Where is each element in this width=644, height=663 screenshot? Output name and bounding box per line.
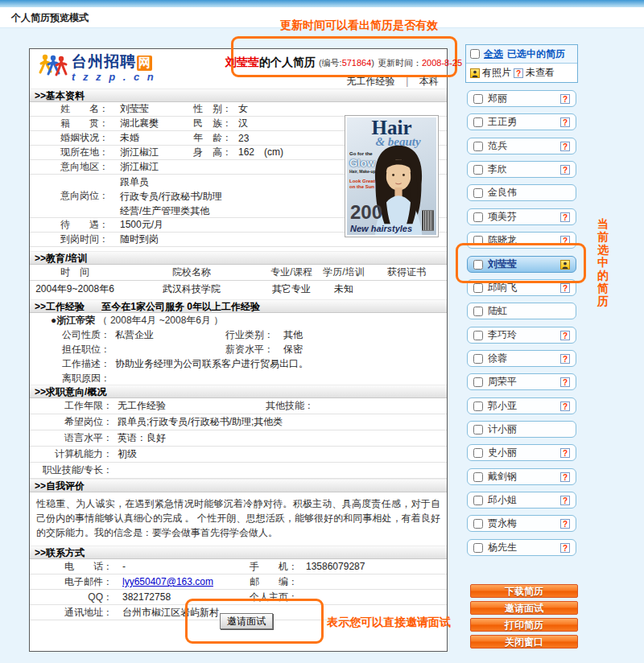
email-link[interactable]: lyy650407@163.com — [113, 576, 233, 587]
candidate-name-label: 郑丽 — [488, 92, 560, 105]
download-resume-button[interactable]: 下载简历 — [470, 584, 578, 598]
magazine-number: 200 — [350, 203, 382, 222]
section-selfeval: >>自我评价 — [30, 479, 447, 492]
candidate-checkbox[interactable] — [473, 377, 483, 387]
magazine-text-3: Hair, Make-up — [349, 169, 376, 174]
candidate-checkbox[interactable] — [473, 94, 483, 104]
resume-title-line: 刘莹莹的个人简历 (编号:571864) 更新时间：2008-8-25 — [225, 56, 439, 70]
close-window-button[interactable]: 关闭窗口 — [470, 635, 578, 649]
candidate-item-1[interactable]: 王正勇? — [467, 113, 576, 130]
candidate-checkbox[interactable] — [473, 448, 483, 458]
candidate-checkbox[interactable] — [473, 307, 483, 316]
candidate-item-0[interactable]: 郑丽? — [467, 90, 576, 107]
candidate-checkbox[interactable] — [473, 496, 483, 505]
intention-row-language: 语言水平：英语：良好 — [30, 430, 447, 447]
candidate-checkbox[interactable] — [473, 402, 483, 411]
candidate-checkbox[interactable] — [473, 142, 483, 151]
has-photo-icon — [560, 260, 570, 270]
candidate-item-5[interactable]: 项美芬? — [467, 208, 576, 225]
magazine-text-1: Go for the — [349, 151, 373, 156]
label-name: 姓 名： — [30, 102, 109, 116]
magazine-subtitle: & beauty — [360, 135, 436, 149]
candidate-checkbox[interactable] — [473, 260, 483, 270]
edu-time: 2004年9~2008年6 — [30, 282, 120, 296]
resume-code: 571864 — [342, 58, 372, 68]
candidate-checkbox[interactable] — [473, 354, 483, 364]
candidate-checkbox[interactable] — [473, 425, 483, 434]
legend-unviewed-label: 未查看 — [526, 66, 555, 80]
section-basic-title: >>基本资料 — [35, 90, 85, 101]
edu-col-school: 院校名称 — [120, 266, 263, 279]
unviewed-icon: ? — [560, 236, 570, 245]
candidate-checkbox[interactable] — [473, 188, 483, 198]
resume-header: 台州招聘网 t z z p . c n 刘莹莹的个人简历 (编号:571864)… — [30, 49, 447, 88]
edu-degree: 未知 — [320, 282, 368, 296]
candidate-checkbox[interactable] — [473, 165, 483, 175]
candidate-item-9[interactable]: 陆虹 — [467, 303, 576, 319]
candidate-item-17[interactable]: 邱小姐? — [467, 492, 576, 509]
candidate-item-7-selected[interactable]: 刘莹莹 — [467, 256, 576, 273]
intention-row-skills: 职业技能/专长： — [30, 463, 447, 479]
candidate-name-label: 陆虹 — [488, 304, 570, 318]
section-education-title: >>教育/培训 — [35, 253, 87, 264]
edu-major: 其它专业 — [263, 282, 320, 296]
candidate-item-18[interactable]: 贾永梅? — [467, 515, 576, 532]
candidate-item-13[interactable]: 郭小亚? — [467, 397, 576, 414]
candidate-name-label: 戴剑钢 — [488, 470, 560, 484]
candidate-checkbox[interactable] — [473, 117, 483, 127]
intention-row-computer: 计算机能力：初级 — [30, 447, 447, 463]
candidate-item-2[interactable]: 范兵? — [467, 138, 576, 154]
label-arrival: 到岗时间： — [30, 233, 109, 246]
candidate-name: 刘莹莹 — [225, 56, 259, 68]
candidate-name-label: 李欣 — [488, 163, 560, 176]
value-location: 浙江椒江 — [109, 146, 193, 159]
candidate-item-16[interactable]: 戴剑钢? — [467, 468, 576, 485]
candidate-item-6[interactable]: 陈晓龙? — [467, 232, 576, 249]
section-selfeval-title: >>自我评价 — [35, 480, 85, 492]
select-all-checkbox[interactable] — [470, 49, 480, 59]
print-resume-button[interactable]: 打印简历 — [470, 618, 578, 632]
section-intention-title: >>求职意向/概况 — [35, 386, 106, 397]
candidate-checkbox[interactable] — [473, 283, 483, 293]
candidate-checkbox[interactable] — [473, 212, 483, 222]
label-gender: 性 别： — [193, 102, 230, 116]
candidate-item-14[interactable]: 计小丽 — [467, 421, 576, 438]
unviewed-icon: ? — [560, 448, 570, 458]
invite-interview-button[interactable]: 邀请面试 — [220, 613, 273, 629]
candidate-name-label: 史小丽 — [488, 446, 560, 459]
invite-interview-sidebar-button[interactable]: 邀请面试 — [470, 601, 578, 615]
candidate-item-15[interactable]: 史小丽? — [467, 444, 576, 461]
label-origin: 籍 贯： — [30, 117, 109, 130]
candidate-name-label: 计小丽 — [488, 422, 570, 436]
candidate-item-10[interactable]: 李巧玲? — [467, 327, 576, 344]
magazine-cover: Hair & beauty Go for the Glow Hair, Make… — [347, 117, 436, 235]
candidate-name-label: 邱小姐 — [488, 493, 560, 507]
candidate-checkbox[interactable] — [473, 331, 483, 340]
intention-row-position: 希望岗位：跟单员;行政专员/行政秘书/助理;其他类 — [30, 414, 447, 430]
unviewed-icon: ? — [560, 519, 570, 529]
top-gradient-bar — [0, 0, 644, 7]
label-zip: 邮 编： — [233, 575, 298, 589]
label-address: 通讯地址： — [30, 606, 113, 620]
candidate-item-19[interactable]: 杨先生? — [467, 539, 576, 556]
title-suffix: 的个人简历 — [259, 56, 316, 68]
candidate-checkbox[interactable] — [473, 543, 483, 553]
candidate-checkbox[interactable] — [473, 519, 483, 529]
barcode — [422, 210, 434, 231]
select-all-link[interactable]: 全选 — [484, 47, 503, 61]
value-region: 浙江椒江 — [109, 160, 193, 174]
label-phone: 电 话： — [30, 560, 113, 574]
candidate-item-3[interactable]: 李欣? — [467, 161, 576, 178]
value-age: 23 — [230, 133, 249, 144]
edu-col-cert: 获得证书 — [368, 266, 445, 279]
candidate-item-11[interactable]: 徐蓉? — [467, 350, 576, 367]
candidate-checkbox[interactable] — [473, 236, 483, 245]
unviewed-icon: ? — [560, 331, 570, 340]
candidate-item-8[interactable]: 邱响飞? — [467, 279, 576, 296]
candidate-item-12[interactable]: 周荣平? — [467, 373, 576, 390]
candidate-checkbox[interactable] — [473, 472, 483, 482]
unviewed-icon: ? — [560, 496, 570, 505]
section-education: >>教育/培训 — [30, 251, 447, 265]
candidate-item-4[interactable]: 金良伟 — [467, 184, 576, 201]
site-logo[interactable]: 台州招聘网 t z z p . c n — [38, 51, 156, 83]
